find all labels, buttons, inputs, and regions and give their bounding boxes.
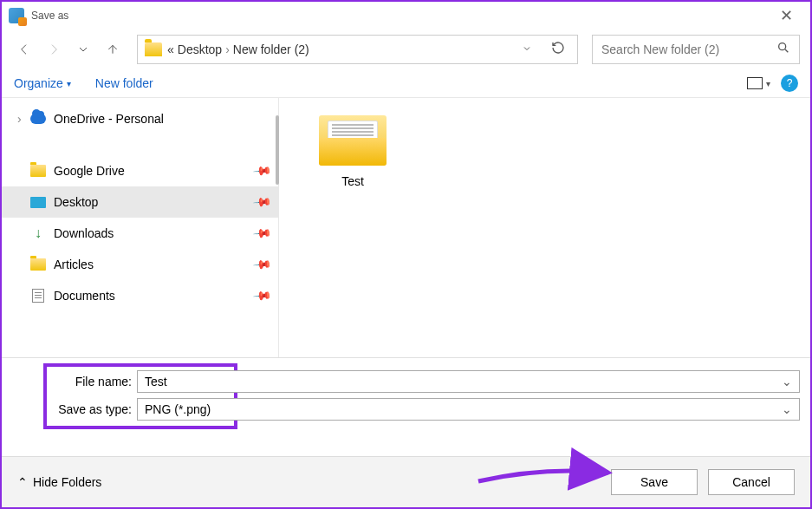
organize-label: Organize [14,76,63,90]
chevron-down-icon[interactable]: ⌄ [782,375,792,388]
pin-icon: 📌 [252,160,272,180]
refresh-button[interactable] [546,41,570,58]
tree-item-articles[interactable]: Articles 📌 [2,249,278,280]
breadcrumb-prefix: « [167,42,174,56]
tree-item-desktop[interactable]: Desktop 📌 [2,186,278,218]
breadcrumb: « Desktop › New folder (2) [167,42,309,56]
folder-icon [145,42,162,56]
chevron-right-icon: › [225,42,230,56]
tree-item-onedrive[interactable]: › OneDrive - Personal [2,103,278,134]
search-box[interactable] [592,35,800,64]
savetype-label: Save as type: [45,402,132,416]
pin-icon: 📌 [252,254,272,274]
forward-button[interactable] [42,37,66,62]
pin-icon: 📌 [252,192,272,212]
chevron-right-icon: › [17,112,29,126]
close-button[interactable]: ✕ [770,6,803,25]
breadcrumb-item[interactable]: New folder (2) [233,42,309,56]
scrollbar-thumb[interactable] [276,115,279,185]
chevron-down-icon[interactable]: ⌄ [782,402,792,416]
filename-value: Test [145,375,167,388]
recent-dropdown[interactable] [71,37,95,62]
tree-label: OneDrive - Personal [54,112,164,126]
chevron-up-icon: ⌃ [17,475,28,489]
address-dropdown[interactable] [516,42,537,57]
window-title: Save as [31,10,68,22]
organize-menu[interactable]: Organize ▾ [14,76,71,90]
hide-folders-label: Hide Folders [33,475,101,489]
cloud-icon [29,112,47,126]
chevron-down-icon: ▾ [766,79,770,88]
tree-label: Articles [54,258,94,271]
filename-input[interactable]: Test ⌄ [137,370,800,393]
titlebar: Save as ✕ [2,2,810,29]
desktop-icon [29,195,47,209]
folder-item-test[interactable]: Test [305,115,400,188]
tree-item-documents[interactable]: Documents 📌 [2,280,278,311]
hide-folders-button[interactable]: ⌃ Hide Folders [17,475,101,489]
tree-item-google-drive[interactable]: Google Drive 📌 [2,155,278,186]
pin-icon: 📌 [252,285,272,305]
folder-icon [29,164,47,178]
pin-icon: 📌 [252,223,272,243]
filename-label: File name: [45,375,132,388]
view-button[interactable]: ▾ [747,77,770,89]
dialog-footer: ⌃ Hide Folders Save Cancel [2,456,810,507]
new-folder-button[interactable]: New folder [95,76,153,90]
svg-point-0 [779,43,786,50]
folder-icon [29,258,47,271]
tree-item-downloads[interactable]: ↓ Downloads 📌 [2,218,278,249]
nav-tree: › OneDrive - Personal Google Drive 📌 Des… [2,98,279,357]
nav-row: « Desktop › New folder (2) [2,29,810,69]
fields-area: File name: Test ⌄ Save as type: PNG (*.p… [2,358,810,434]
document-icon [29,289,47,303]
save-button[interactable]: Save [611,469,698,495]
folder-icon [319,115,387,166]
tree-label: Downloads [54,226,114,240]
search-input[interactable] [601,42,776,56]
address-bar[interactable]: « Desktop › New folder (2) [137,35,578,64]
help-button[interactable]: ? [781,75,798,92]
item-label: Test [341,174,364,188]
download-icon: ↓ [29,226,47,240]
cancel-button[interactable]: Cancel [708,469,795,495]
tree-label: Documents [54,289,115,303]
savetype-value: PNG (*.png) [145,402,211,416]
up-button[interactable] [101,37,125,62]
dialog-body: › OneDrive - Personal Google Drive 📌 Des… [2,98,810,358]
chevron-down-icon: ▾ [67,79,71,88]
view-icon [747,77,763,89]
tree-label: Desktop [54,195,98,209]
toolbar: Organize ▾ New folder ▾ ? [2,69,810,98]
tree-label: Google Drive [54,164,125,178]
file-list[interactable]: Test [279,98,810,357]
search-icon [776,41,790,58]
breadcrumb-item[interactable]: Desktop [178,42,222,56]
app-icon [9,8,24,23]
back-button[interactable] [12,37,36,62]
savetype-select[interactable]: PNG (*.png) ⌄ [137,398,800,421]
